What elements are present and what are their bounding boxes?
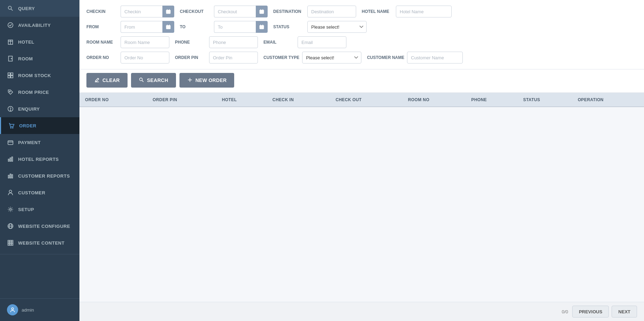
to-input[interactable] <box>214 21 256 33</box>
customer-name-group: CUSTOMER NAME <box>367 52 463 64</box>
sidebar-item-payment[interactable]: PAYMENT <box>0 134 79 151</box>
search-btn-icon <box>139 77 144 84</box>
search-button[interactable]: SEARCH <box>131 73 176 88</box>
search-icon <box>7 5 14 12</box>
col-order-no: ORDER NO <box>79 93 147 107</box>
sidebar-item-enquiry[interactable]: ENQUIRY <box>0 100 79 117</box>
action-bar: CLEAR SEARCH NEW ORDER <box>79 69 644 93</box>
phone-input[interactable] <box>209 36 258 48</box>
checkout-calendar-button[interactable] <box>256 6 268 17</box>
svg-rect-24 <box>12 174 13 178</box>
order-no-input[interactable] <box>121 52 169 64</box>
customer-type-select[interactable]: Please select! <box>302 52 361 64</box>
previous-button[interactable]: PREVIOUS <box>572 306 609 318</box>
svg-rect-23 <box>10 174 11 178</box>
clear-button[interactable]: CLEAR <box>86 73 128 88</box>
svg-rect-20 <box>10 158 11 161</box>
svg-rect-34 <box>10 242 12 244</box>
plus-icon <box>187 77 193 84</box>
sidebar-item-order[interactable]: ORDER <box>0 117 79 134</box>
sidebar-item-room-price[interactable]: ROOM PRICE <box>0 84 79 100</box>
next-button[interactable]: NEXT <box>612 306 637 318</box>
status-group: STATUS Please select! <box>273 21 367 33</box>
svg-rect-33 <box>8 242 10 244</box>
customer-name-input[interactable] <box>407 52 463 64</box>
checkin-label: CHECKIN <box>86 9 118 14</box>
filter-row-2: FROM TO STATUS <box>86 21 637 33</box>
svg-rect-10 <box>8 76 10 78</box>
checkin-calendar-button[interactable] <box>162 6 174 17</box>
sidebar-item-hotel[interactable]: HOTEL <box>0 33 79 50</box>
door-icon <box>7 55 14 62</box>
svg-rect-37 <box>10 244 12 246</box>
phone-label: PHONE <box>175 40 206 45</box>
svg-line-1 <box>11 9 13 11</box>
destination-group: DESTINATION <box>273 6 356 17</box>
svg-point-16 <box>13 127 13 128</box>
to-label: TO <box>180 24 211 29</box>
sidebar-divider <box>0 254 79 254</box>
room-name-input[interactable] <box>121 36 169 48</box>
order-pin-label: ORDER PIN <box>175 55 206 60</box>
svg-rect-44 <box>260 10 264 14</box>
filter-row-3: ROOM NAME PHONE EMAIL <box>86 36 637 48</box>
svg-rect-36 <box>8 244 10 246</box>
table-header: ORDER NO ORDER PIN HOTEL CHECK IN CHECK … <box>79 93 644 107</box>
sidebar-item-website-content[interactable]: WEBSITE CONTENT <box>0 234 79 251</box>
svg-point-7 <box>11 58 12 59</box>
sidebar-item-setup[interactable]: SETUP <box>0 201 79 218</box>
hotel-name-group: HOTEL NAME <box>362 6 452 17</box>
svg-rect-21 <box>12 157 13 162</box>
col-phone: PHONE <box>466 93 518 107</box>
email-label: EMAIL <box>263 40 295 45</box>
to-calendar-button[interactable] <box>256 21 268 33</box>
sidebar-item-hotel-reports[interactable]: HOTEL REPORTS <box>0 151 79 167</box>
new-order-button[interactable]: NEW ORDER <box>179 73 235 88</box>
user-profile[interactable]: admin <box>0 298 79 321</box>
email-input[interactable] <box>298 36 346 48</box>
apps-icon <box>7 239 14 246</box>
from-input[interactable] <box>121 21 162 33</box>
customer-type-label: CUSTOMER TYPE <box>263 55 299 60</box>
checkin-input[interactable] <box>121 6 162 17</box>
orders-table: ORDER NO ORDER PIN HOTEL CHECK IN CHECK … <box>79 93 644 107</box>
col-status: STATUS <box>518 93 572 107</box>
from-group: FROM <box>86 21 174 33</box>
sidebar-item-room[interactable]: ROOM <box>0 50 79 67</box>
person-icon <box>7 189 14 196</box>
sidebar-item-room-stock[interactable]: ROOM STOCK <box>0 67 79 84</box>
checkout-label: CHECKOUT <box>180 9 211 14</box>
phone-group: PHONE <box>175 36 258 48</box>
hotel-name-input[interactable] <box>396 6 452 17</box>
status-label: STATUS <box>273 24 305 29</box>
sidebar-item-customer-reports[interactable]: CUSTOMER REPORTS <box>0 167 79 184</box>
svg-point-14 <box>10 110 10 111</box>
svg-point-15 <box>10 127 11 128</box>
sidebar-item-website-configure[interactable]: WEBSITE CONFIGURE <box>0 218 79 234</box>
sidebar-item-availability[interactable]: AVAILABILITY <box>0 17 79 33</box>
bar-chart2-icon <box>7 172 14 179</box>
svg-point-26 <box>9 208 11 210</box>
gear-icon <box>7 206 14 213</box>
svg-rect-48 <box>166 25 171 29</box>
destination-label: DESTINATION <box>273 9 305 14</box>
col-room-no: ROOM NO <box>402 93 466 107</box>
tag-icon <box>7 89 14 96</box>
to-group: TO <box>180 21 268 33</box>
user-name: admin <box>22 307 34 313</box>
order-pin-input[interactable] <box>209 52 258 64</box>
customer-name-label: CUSTOMER NAME <box>367 55 404 60</box>
eraser-icon <box>94 77 100 84</box>
sidebar-item-customer[interactable]: CUSTOMER <box>0 184 79 201</box>
checkout-input[interactable] <box>214 6 256 17</box>
to-input-group <box>214 21 268 33</box>
svg-point-12 <box>9 91 10 92</box>
from-input-group <box>121 21 174 33</box>
filter-row-1: CHECKIN CHECKOUT <box>86 6 637 17</box>
from-calendar-button[interactable] <box>162 21 174 33</box>
svg-rect-22 <box>8 175 9 178</box>
status-select[interactable]: Please select! <box>307 21 367 33</box>
destination-input[interactable] <box>307 6 356 17</box>
sidebar-item-query[interactable]: QUERY <box>0 0 79 17</box>
checkout-input-group <box>214 6 268 17</box>
